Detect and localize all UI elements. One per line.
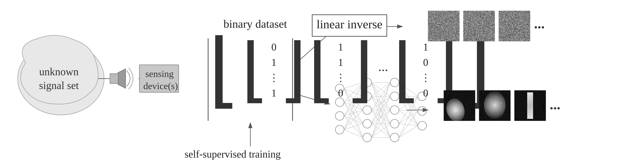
svg-line-71 — [372, 124, 390, 138]
svg-point-23 — [363, 133, 372, 142]
linear-inverse-label: linear inverse — [313, 17, 386, 31]
svg-line-44 — [344, 110, 363, 116]
svg-line-65 — [372, 110, 390, 124]
svg-line-84 — [399, 110, 418, 111]
matrix-col-1: 01⋮1 — [269, 38, 279, 102]
svg-rect-5 — [110, 74, 118, 84]
scan-image-2-bottom — [479, 90, 510, 121]
svg-marker-4 — [118, 69, 126, 88]
noise-image-2-top — [463, 11, 495, 41]
unknown-signal-label: unknown signal set — [26, 65, 92, 92]
self-supervised-label: self-supervised training — [184, 148, 281, 160]
matrix-col-2: 11⋮0 — [336, 38, 346, 102]
bottom-row-dots: ··· — [550, 100, 560, 116]
svg-line-87 — [399, 111, 418, 124]
svg-line-88 — [399, 124, 418, 126]
svg-line-75 — [372, 124, 390, 138]
sensing-device-label: sensing device(s) — [143, 68, 176, 92]
svg-point-18 — [335, 125, 344, 134]
svg-line-66 — [372, 110, 390, 138]
svg-line-69 — [372, 110, 390, 124]
scan-image-3-bottom — [514, 90, 546, 121]
svg-line-74 — [372, 110, 390, 138]
svg-line-91 — [399, 126, 418, 138]
svg-point-17 — [335, 112, 344, 120]
svg-line-49 — [344, 110, 363, 130]
svg-line-50 — [344, 124, 363, 130]
svg-line-45 — [344, 116, 363, 124]
noise-image-1-top — [428, 11, 460, 41]
svg-point-22 — [363, 120, 372, 128]
svg-line-90 — [399, 111, 418, 138]
svg-point-31 — [418, 122, 426, 130]
svg-line-46 — [344, 116, 363, 138]
svg-point-27 — [390, 120, 399, 128]
svg-point-28 — [390, 133, 399, 142]
svg-line-51 — [344, 130, 363, 138]
diagram-container: unknown signal set sensing device(s) bin… — [0, 0, 644, 166]
top-row-dots: ··· — [534, 19, 545, 36]
scan-image-1-bottom — [444, 90, 475, 121]
matrix-bracket-left: ⌊ — [208, 36, 240, 104]
noise-image-3-top — [499, 11, 530, 41]
matrix-ellipsis: ··· — [373, 62, 393, 78]
matrix-col-last: 10⋮0 — [420, 38, 431, 102]
svg-line-85 — [399, 110, 418, 126]
